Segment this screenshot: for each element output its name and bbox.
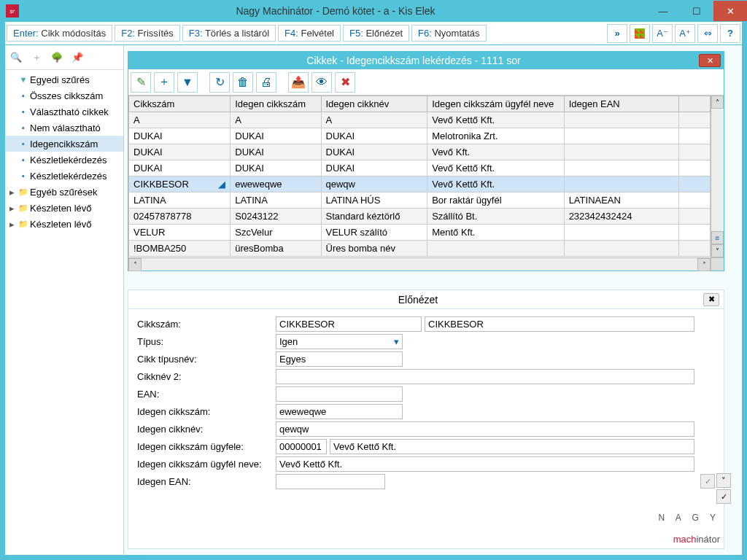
ean-input[interactable] — [276, 386, 403, 402]
column-header[interactable] — [679, 96, 711, 112]
f3-delete-button[interactable]: F3: Törlés a listáról — [182, 25, 276, 42]
table-row[interactable]: AAAVevő Kettő Kft. — [129, 112, 711, 128]
f5-preview-button[interactable]: F5: Előnézet — [343, 25, 409, 42]
data-grid[interactable]: CikkszámIdegen cikkszámIdegen cikknévIde… — [128, 96, 711, 257]
nav-down-icon[interactable]: ˅ — [716, 473, 731, 488]
confirm-icon[interactable]: ✓ — [700, 474, 715, 489]
export-icon[interactable]: 📤 — [288, 72, 309, 93]
table-cell: DUKAI — [129, 160, 231, 176]
cikknev2-input[interactable] — [276, 369, 694, 384]
scroll-down-icon[interactable]: ˅ — [711, 244, 724, 257]
add-icon[interactable]: ＋ — [154, 72, 174, 93]
table-row[interactable]: 02457878778S0243122Standard kéztörlőSzál… — [129, 209, 711, 225]
node-icon: 📁 — [17, 219, 30, 229]
scroll-up-icon[interactable]: ˄ — [711, 96, 724, 109]
sidebar-item-label: Választható cikkek — [30, 106, 109, 117]
refresh-icon[interactable]: ↻ — [209, 72, 230, 93]
horizontal-scrollbar[interactable]: ˂ ˃ — [128, 257, 724, 271]
cikkszam-label: Cikkszám: — [137, 319, 276, 330]
table-cell — [564, 144, 678, 160]
maximize-button[interactable]: ☐ — [680, 1, 713, 21]
sidebar-item-4[interactable]: ▪Idegencikkszám — [5, 136, 123, 152]
sidebar-item-label: Készletlekérdezés — [30, 155, 107, 166]
table-row[interactable]: LATINALATINALATINA HÚSBor raktár ügyfélL… — [129, 192, 711, 209]
tree-icon[interactable]: 🌳 — [47, 48, 66, 67]
print-icon[interactable]: 🖨 — [256, 72, 276, 93]
font-decrease-icon[interactable]: A⁻ — [652, 24, 673, 43]
clear-icon[interactable]: ✖ — [335, 72, 355, 93]
table-row[interactable]: CIKKBESOR ◢eweweqweqewqwVevő Kettő Kft. — [129, 176, 711, 192]
brand-logo: N A G Y machinátor — [659, 513, 720, 548]
preview-close-button[interactable]: ✖ — [703, 293, 719, 306]
sidebar-item-1[interactable]: ▪Összes cikkszám — [5, 88, 123, 104]
more-icon[interactable]: » — [607, 24, 627, 43]
f2-refresh-button[interactable]: F2: Frissítés — [115, 25, 180, 42]
table-row[interactable]: DUKAIDUKAIDUKAIVevő Kettő Kft. — [129, 160, 711, 176]
table-row[interactable]: DUKAIDUKAIDUKAIMelotronika Zrt. — [129, 128, 711, 144]
nav-check-icon[interactable]: ✓ — [716, 489, 731, 504]
table-cell — [564, 128, 678, 144]
scroll-left-icon[interactable]: ˂ — [128, 258, 142, 271]
table-row[interactable]: VELURSzcVelurVELUR szálítóMentő Kft. — [129, 225, 711, 241]
sidebar-item-5[interactable]: ▪Készletlekérdezés — [5, 152, 123, 168]
windows-icon[interactable] — [630, 24, 650, 43]
pin-icon[interactable]: 📌 — [68, 48, 87, 67]
swap-icon[interactable]: ⇔ — [697, 24, 718, 43]
table-cell: Üres bomba név — [321, 241, 427, 257]
filter-icon[interactable]: ▼ — [177, 72, 198, 93]
table-cell: 02457878778 — [129, 209, 231, 225]
table-cell — [679, 176, 711, 192]
sidebar-item-0[interactable]: ▼Egyedi szűrés — [5, 71, 123, 88]
tipusnev-input[interactable] — [276, 351, 403, 367]
column-header[interactable]: Idegen cikknév — [321, 96, 427, 112]
delete-icon[interactable]: 🗑 — [233, 72, 253, 93]
idugyfelneve-input[interactable] — [276, 456, 694, 472]
table-cell: DUKAI — [129, 128, 231, 144]
sidebar-item-8[interactable]: ▸📁Készleten lévő — [5, 200, 123, 216]
sidebar-item-label: Egyedi szűrés — [30, 74, 90, 85]
search-icon[interactable]: 🔍 — [7, 48, 26, 67]
idugyfel-name-input[interactable] — [330, 439, 694, 454]
scroll-list-icon[interactable]: ≡ — [711, 231, 724, 244]
sidebar-item-6[interactable]: ▪Készletlekérdezés — [5, 168, 123, 184]
table-row[interactable]: !BOMBA250üresBombaÜres bomba név — [129, 241, 711, 257]
table-row[interactable]: DUKAIDUKAIDUKAIVevő Kft. — [129, 144, 711, 160]
idcnev-input[interactable] — [276, 421, 694, 437]
idean-input[interactable] — [276, 474, 385, 489]
table-cell — [679, 128, 711, 144]
sidebar-item-3[interactable]: ▪Nem választható — [5, 120, 123, 136]
view-icon[interactable]: 👁 — [311, 72, 332, 93]
column-header[interactable]: Idegen cikkszám ügyfél neve — [427, 96, 564, 112]
minimize-button[interactable]: — — [646, 1, 680, 21]
column-header[interactable]: Idegen cikkszám — [231, 96, 321, 112]
titlebar: ㏛ Nagy Machinátor - Demó kötet - a - Kis… — [0, 0, 747, 22]
f4-add-button[interactable]: F4: Felvétel — [278, 25, 341, 42]
add-filter-icon[interactable]: ＋ — [27, 48, 46, 67]
vertical-scrollbar[interactable]: ˄ ≡ ˅ — [711, 96, 724, 257]
node-icon: ▪ — [17, 139, 30, 148]
tipus-select[interactable]: Igen▾ — [276, 334, 403, 349]
cikkszam-input[interactable] — [276, 316, 422, 332]
close-button[interactable]: ✕ — [713, 1, 747, 21]
idcsz-input[interactable] — [276, 404, 403, 419]
table-cell: SzcVelur — [231, 225, 321, 241]
subwindow-close-button[interactable]: ✕ — [699, 54, 721, 67]
sidebar-item-7[interactable]: ▸📁Egyéb szűrések — [5, 184, 123, 200]
main-toolbar: Enter: Cikk módosítás F2: Frissítés F3: … — [5, 22, 742, 45]
table-cell: DUKAI — [321, 128, 427, 144]
scroll-right-icon[interactable]: ˃ — [697, 258, 711, 271]
f6-print-button[interactable]: F6: Nyomtatás — [411, 25, 487, 42]
idugyfel-code-input[interactable] — [276, 439, 327, 454]
column-header[interactable]: Cikkszám — [129, 96, 231, 112]
enter-modify-button[interactable]: Enter: Cikk módosítás — [7, 25, 112, 42]
font-increase-icon[interactable]: A⁺ — [675, 24, 695, 43]
sidebar-item-2[interactable]: ▪Választható cikkek — [5, 104, 123, 120]
help-icon[interactable]: ? — [720, 24, 740, 43]
edit-icon[interactable]: ✎ — [131, 72, 151, 93]
tipusnev-label: Cikk típusnév: — [137, 354, 276, 365]
cikkszam-name-input[interactable] — [425, 316, 694, 332]
sidebar-item-9[interactable]: ▸📁Készleten lévő — [5, 216, 123, 232]
idcnev-label: Idegen cikknév: — [137, 424, 276, 435]
resize-grip-icon[interactable] — [711, 258, 724, 271]
column-header[interactable]: Idegen EAN — [564, 96, 678, 112]
